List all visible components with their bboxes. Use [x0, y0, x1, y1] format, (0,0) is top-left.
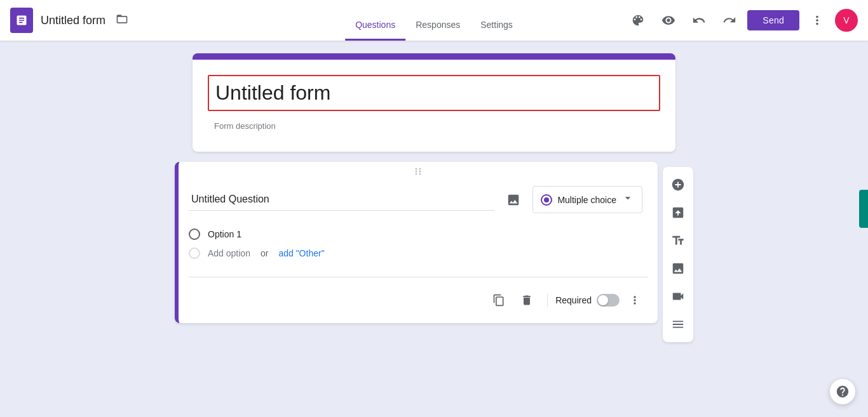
form-app-icon	[10, 8, 33, 33]
svg-point-4	[416, 173, 417, 175]
question-input-wrapper	[189, 189, 494, 211]
redo-button[interactable]	[717, 8, 742, 33]
help-button[interactable]	[830, 379, 855, 404]
form-description-input[interactable]: Form description	[208, 119, 660, 134]
add-image-to-question-button[interactable]	[502, 189, 525, 211]
svg-point-1	[419, 168, 421, 170]
app-header: Untitled form Questions Responses Settin…	[0, 0, 868, 41]
preview-button[interactable]	[656, 8, 681, 33]
duplicate-question-button[interactable]	[486, 288, 512, 313]
header-left: Untitled form	[10, 8, 625, 33]
folder-icon[interactable]	[113, 10, 131, 30]
radio-dot-icon	[541, 194, 552, 206]
question-card: Multiple choice Option 1 Add option or a…	[175, 162, 658, 323]
radio-dot-inner	[544, 197, 549, 202]
or-text: or	[261, 248, 268, 258]
question-row: Multiple choice	[179, 181, 658, 218]
forms-icon-svg	[15, 14, 28, 27]
user-avatar[interactable]: V	[835, 9, 858, 32]
card-footer-divider	[189, 277, 648, 277]
required-section: Required	[547, 294, 620, 307]
add-option-radio-placeholder	[189, 248, 200, 259]
chevron-down-icon	[621, 192, 634, 208]
add-option-button[interactable]: Add option	[208, 248, 250, 258]
drag-handle[interactable]	[179, 162, 658, 181]
color-palette-button[interactable]	[625, 8, 651, 33]
options-section: Option 1 Add option or add "Other"	[179, 218, 658, 272]
required-toggle[interactable]	[597, 294, 620, 307]
undo-button[interactable]	[686, 8, 712, 33]
more-options-button[interactable]	[804, 8, 830, 33]
toggle-knob	[598, 295, 608, 305]
question-card-wrapper: Multiple choice Option 1 Add option or a…	[175, 162, 693, 342]
add-image-button[interactable]	[665, 256, 691, 281]
side-toolbar	[663, 167, 693, 342]
send-button[interactable]: Send	[747, 10, 799, 30]
add-other-button[interactable]: add "Other"	[278, 248, 324, 258]
question-type-selector[interactable]: Multiple choice	[532, 186, 642, 213]
card-footer: Required	[179, 282, 658, 318]
option-1-radio[interactable]	[189, 228, 200, 240]
required-label: Required	[555, 295, 592, 305]
tab-settings[interactable]: Settings	[470, 8, 523, 41]
header-tabs: Questions Responses Settings	[345, 8, 523, 41]
add-title-button[interactable]	[665, 228, 691, 253]
add-video-button[interactable]	[665, 284, 691, 309]
add-section-button[interactable]	[665, 312, 691, 337]
add-section-bar[interactable]	[859, 190, 868, 228]
add-question-button[interactable]	[665, 172, 691, 197]
tab-questions[interactable]: Questions	[345, 8, 405, 41]
add-option-row: Add option or add "Other"	[189, 245, 642, 261]
form-title-card: Form description	[193, 53, 675, 152]
form-title-input[interactable]	[208, 75, 660, 111]
option-row: Option 1	[189, 223, 642, 245]
main-content: Form description	[0, 41, 868, 417]
import-questions-button[interactable]	[665, 200, 691, 225]
question-more-options-button[interactable]	[622, 288, 648, 313]
option-1-label: Option 1	[208, 229, 241, 239]
header-title: Untitled form	[41, 14, 105, 27]
header-right: Send V	[625, 8, 858, 33]
type-label: Multiple choice	[557, 195, 616, 205]
tab-responses[interactable]: Responses	[405, 8, 470, 41]
svg-point-5	[419, 173, 421, 175]
delete-question-button[interactable]	[514, 288, 539, 313]
svg-point-2	[416, 171, 417, 173]
svg-point-0	[416, 168, 417, 170]
svg-point-3	[419, 171, 421, 173]
question-title-input[interactable]	[189, 189, 494, 211]
